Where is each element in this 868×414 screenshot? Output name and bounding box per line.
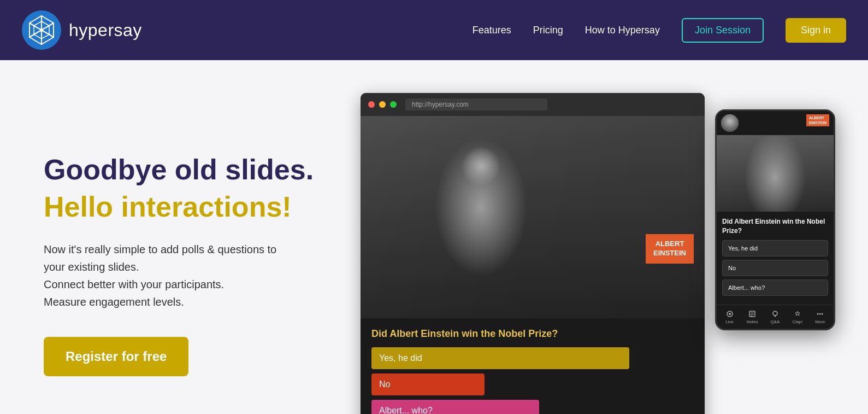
phone-bar-more: More [815, 310, 825, 324]
phone-mockup: ALBERTEINSTEIN Did Albert Einstein win t… [715, 109, 835, 330]
browser-content: ALBERT EINSTEIN Did Albert Einstein win … [361, 116, 705, 414]
hero-headline-2: Hello interactions! [44, 191, 328, 224]
phone-bar-live: Live [725, 310, 734, 324]
join-session-button[interactable]: Join Session [682, 18, 764, 43]
phone-option-3: Albert... who? [722, 279, 828, 296]
svg-point-12 [40, 28, 43, 32]
svg-point-22 [822, 313, 823, 314]
hero-mockups: http://hypersay.com ALBERT EINSTEIN Did … [361, 93, 824, 414]
svg-point-20 [817, 313, 819, 314]
svg-point-19 [773, 311, 777, 316]
browser-mockup: http://hypersay.com ALBERT EINSTEIN Did … [361, 93, 705, 414]
hero-headline-1: Goodbye old slides. [44, 154, 328, 186]
browser-dot-green [390, 101, 397, 108]
poll-option-3: Albert... who? [371, 400, 539, 414]
einstein-image: ALBERT EINSTEIN [361, 116, 705, 318]
site-header: hypersay Features Pricing How to Hypersa… [0, 0, 868, 60]
phone-option-2: No [722, 260, 828, 276]
phone-option-1: Yes, he did [722, 240, 828, 256]
speaker-badge: ALBERT EINSTEIN [646, 234, 694, 264]
logo-icon [22, 10, 61, 50]
browser-poll: Did Albert Einstein win the Nobel Prize?… [361, 318, 705, 414]
phone-avatar [721, 114, 739, 132]
phone-bar-notes: Notes [747, 310, 758, 324]
browser-dot-red [368, 101, 375, 108]
poll-option-2: No [371, 374, 485, 395]
phone-speaker-badge: ALBERTEINSTEIN [806, 114, 829, 126]
poll-option-1: Yes, he did [371, 347, 629, 369]
hero-section: Goodbye old slides. Hello interactions! … [0, 60, 868, 414]
phone-bar-clap: Clap! [792, 310, 802, 324]
nav-pricing[interactable]: Pricing [533, 25, 563, 36]
browser-dot-yellow [379, 101, 386, 108]
phone-poll-question: Did Albert Einstein win the Nobel Prize? [717, 212, 834, 240]
phone-einstein-image [717, 135, 834, 212]
hero-body-text: Now it's really simple to add polls & qu… [44, 241, 328, 311]
phone-header: ALBERTEINSTEIN [717, 111, 834, 135]
logo-text: hypersay [69, 20, 142, 40]
hero-copy: Goodbye old slides. Hello interactions! … [44, 154, 328, 377]
phone-poll-options: Yes, he did No Albert... who? [717, 240, 834, 305]
main-nav: Features Pricing How to Hypersay Join Se… [473, 18, 846, 43]
register-button[interactable]: Register for free [44, 337, 188, 376]
browser-bar: http://hypersay.com [361, 93, 705, 116]
phone-bottom-bar: Live Notes Q&A [717, 305, 834, 329]
phone-bar-qa: Q&A [771, 310, 780, 324]
nav-features[interactable]: Features [473, 25, 511, 36]
sign-in-button[interactable]: Sign in [786, 18, 846, 43]
svg-point-14 [729, 313, 731, 315]
poll-question: Did Albert Einstein win the Nobel Prize? [371, 328, 694, 340]
svg-point-21 [819, 313, 821, 314]
logo-link[interactable]: hypersay [22, 10, 142, 50]
nav-how-to[interactable]: How to Hypersay [585, 25, 660, 36]
browser-url: http://hypersay.com [405, 98, 547, 110]
